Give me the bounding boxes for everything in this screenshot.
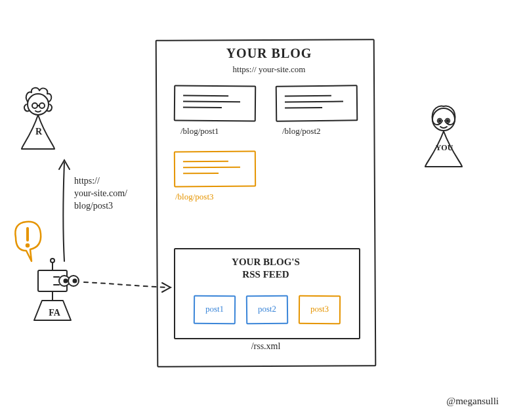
notification-url: https:// your-site.com/ blog/post3 <box>74 175 166 213</box>
blog-url: https:// your-site.com <box>203 64 335 75</box>
svg-point-18 <box>432 108 455 131</box>
svg-point-9 <box>51 259 54 262</box>
notify-line3: blog/post3 <box>74 201 113 211</box>
post-label-3: /blog/post3 <box>175 192 261 202</box>
alert-speech-bubble-icon <box>15 222 41 261</box>
rss-title-line1: YOUR BLOG'S <box>232 257 300 267</box>
rss-item-3: post3 <box>299 295 341 324</box>
rss-item-1: post1 <box>194 295 236 325</box>
rss-path-label: /rss.xml <box>223 341 308 352</box>
post-card-2 <box>276 85 358 121</box>
notify-line2: your-site.com/ <box>74 188 127 198</box>
svg-point-12 <box>64 280 68 283</box>
reader-label: R <box>32 127 45 137</box>
rss-item-2: post2 <box>246 295 288 325</box>
post-label-1: /blog/post1 <box>180 126 266 136</box>
reader-icon <box>22 88 54 149</box>
svg-point-11 <box>68 276 79 286</box>
svg-rect-7 <box>38 270 67 291</box>
blog-title: YOUR BLOG <box>223 46 315 61</box>
notification-arrow-icon <box>59 160 70 261</box>
post-card-3 <box>174 151 256 188</box>
you-label: YOU <box>433 143 455 153</box>
post-card-1 <box>174 85 256 121</box>
you-icon <box>425 106 462 167</box>
robot-label: FA <box>46 308 63 318</box>
svg-point-10 <box>59 276 70 286</box>
rss-title: YOUR BLOG'S RSS FEED <box>174 256 358 281</box>
signature: @megansulli <box>446 396 499 407</box>
rss-title-line2: RSS FEED <box>242 269 289 280</box>
notify-line1: https:// <box>74 176 100 186</box>
svg-point-4 <box>39 103 45 108</box>
svg-point-3 <box>32 103 37 108</box>
post-label-2: /blog/post2 <box>282 126 368 136</box>
svg-point-13 <box>74 280 77 283</box>
watch-arrow-icon <box>84 282 167 287</box>
svg-point-17 <box>26 244 29 247</box>
svg-point-2 <box>28 94 49 115</box>
